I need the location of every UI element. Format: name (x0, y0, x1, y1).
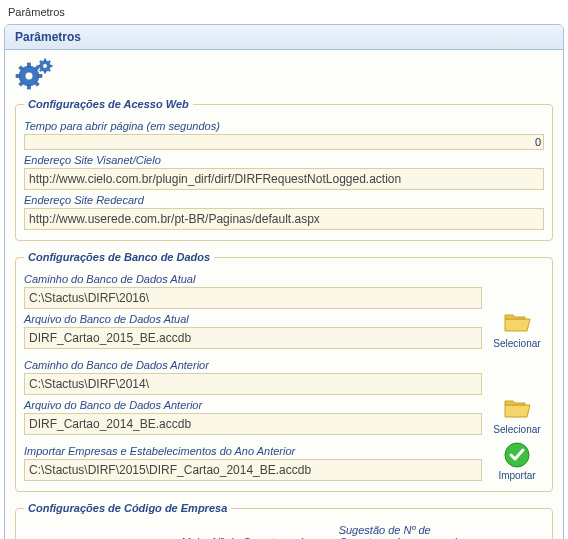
redecard-label: Endereço Site Redecard (24, 194, 544, 206)
panel-header: Parâmetros (5, 25, 563, 50)
sugestao-label: Sugestão de Nº de Caracteres (sem zeros … (339, 524, 482, 539)
group-codigo-legend: Configurações de Código de Empresa (24, 502, 231, 514)
group-db: Configurações de Banco de Dados Caminho … (15, 251, 553, 492)
svg-point-1 (25, 72, 33, 80)
select-previous-button[interactable] (502, 396, 532, 422)
select-current-caption: Selecionar (490, 338, 544, 349)
svg-point-11 (43, 64, 47, 68)
prev-file-input[interactable] (24, 413, 482, 435)
select-current-button[interactable] (502, 310, 532, 336)
svg-rect-15 (50, 65, 52, 67)
svg-rect-14 (38, 65, 40, 67)
cur-file-label: Arquivo do Banco de Dados Atual (24, 313, 482, 325)
window-title: Parâmetros (4, 4, 564, 24)
group-codigo: Configurações de Código de Empresa Nº de… (15, 502, 553, 539)
svg-rect-5 (38, 74, 42, 77)
group-web-legend: Configurações de Acesso Web (24, 98, 193, 110)
import-button[interactable] (502, 442, 532, 468)
visanet-input[interactable] (24, 168, 544, 190)
gear-icon (15, 58, 553, 92)
parametros-panel: Parâmetros (4, 24, 564, 539)
timeout-label: Tempo para abrir página (em segundos) (24, 120, 544, 132)
group-db-legend: Configurações de Banco de Dados (24, 251, 214, 263)
cur-path-label: Caminho do Banco de Dados Atual (24, 273, 482, 285)
svg-rect-13 (44, 71, 46, 73)
cur-file-input[interactable] (24, 327, 482, 349)
group-web: Configurações de Acesso Web Tempo para a… (15, 98, 553, 241)
cur-path-input[interactable] (24, 287, 482, 309)
timeout-value[interactable]: 0 (24, 134, 544, 150)
select-previous-caption: Selecionar (490, 424, 544, 435)
redecard-input[interactable] (24, 208, 544, 230)
import-caption: Importar (490, 470, 544, 481)
prev-path-input[interactable] (24, 373, 482, 395)
svg-rect-4 (16, 74, 20, 77)
svg-rect-12 (44, 59, 46, 61)
visanet-label: Endereço Site Visanet/Cielo (24, 154, 544, 166)
import-input[interactable] (24, 459, 482, 481)
import-label: Importar Empresas e Estabelecimentos do … (24, 445, 482, 457)
prev-file-label: Arquivo do Banco de Dados Anterior (24, 399, 482, 411)
svg-rect-2 (27, 63, 30, 67)
svg-rect-3 (27, 85, 30, 89)
prev-path-label: Caminho do Banco de Dados Anterior (24, 359, 482, 371)
